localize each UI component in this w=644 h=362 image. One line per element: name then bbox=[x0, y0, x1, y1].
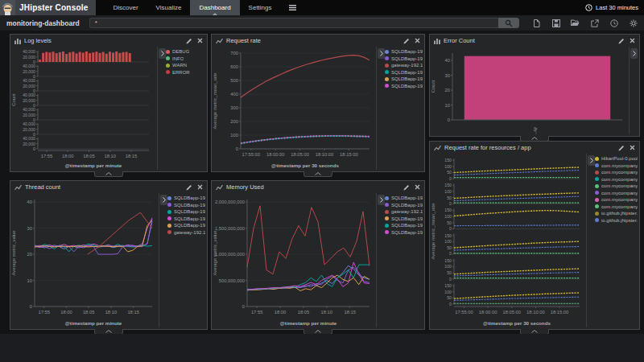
refresh-interval-button[interactable] bbox=[609, 19, 618, 27]
legend-toggle[interactable] bbox=[159, 48, 166, 59]
legend-swatch bbox=[595, 212, 599, 216]
chevron-up-icon bbox=[531, 330, 538, 333]
legend-label: io.github.jhipster.web.r... bbox=[601, 218, 638, 223]
chart-legend bbox=[629, 47, 639, 134]
svg-text:0: 0 bbox=[449, 226, 452, 231]
legend-toggle[interactable] bbox=[588, 155, 595, 166]
legend-item[interactable]: ERROR bbox=[161, 70, 205, 75]
legend-swatch bbox=[167, 203, 171, 207]
legend-item[interactable]: HikariPool-0.pool.Wait bbox=[590, 156, 638, 161]
legend-toggle[interactable] bbox=[630, 48, 638, 59]
legend-item[interactable]: gateway-192.168.43... bbox=[163, 230, 205, 235]
share-icon bbox=[591, 19, 599, 27]
legend-item[interactable]: SQLDBapp-192.168.4... bbox=[380, 70, 423, 75]
legend-item[interactable]: io.github.jhipster.web.r... bbox=[590, 211, 638, 216]
remove-panel-button[interactable] bbox=[197, 38, 203, 43]
search-button[interactable] bbox=[498, 18, 519, 28]
legend-item[interactable]: io.github.jhipster.web.r... bbox=[590, 218, 638, 223]
legend-item[interactable]: gateway-192.168.43.8... bbox=[380, 209, 423, 214]
options-button[interactable] bbox=[629, 19, 638, 27]
legend-item[interactable]: com.mycompany.myap... bbox=[590, 163, 638, 168]
legend-item[interactable]: SQLDBapp-192.168... bbox=[163, 223, 205, 228]
nav-item-discover[interactable]: Discover bbox=[104, 0, 147, 15]
legend-swatch bbox=[167, 230, 171, 234]
legend-item[interactable]: SQLDBapp-192.168.4... bbox=[380, 76, 423, 81]
legend-label: SQLDBapp-192.168.4... bbox=[391, 203, 423, 208]
legend-label: SQLDBapp-192.168... bbox=[174, 203, 205, 208]
new-document-button[interactable] bbox=[532, 19, 541, 27]
nav-item-visualize[interactable]: Visualize bbox=[147, 0, 191, 15]
legend-item[interactable]: SQLDBapp-192.168.4... bbox=[380, 195, 423, 200]
legend-item[interactable]: com.mycompany.myap... bbox=[590, 197, 638, 202]
legend-item[interactable]: SQLDBapp-192.168.4... bbox=[380, 203, 423, 208]
edit-panel-button[interactable] bbox=[186, 38, 192, 44]
remove-panel-button[interactable] bbox=[197, 184, 203, 190]
brand[interactable]: JHipster Console bbox=[0, 0, 96, 15]
legend-item[interactable]: com.mycompany.myap... bbox=[590, 191, 638, 195]
edit-panel-button[interactable] bbox=[403, 184, 410, 191]
chart-canvas: 01020304017:5518:0018:0518:1018:15@times… bbox=[10, 193, 159, 327]
svg-text:18:05: 18:05 bbox=[83, 310, 95, 315]
legend-item[interactable]: SQLDBapp-192.168.4... bbox=[380, 223, 423, 228]
panel-memory-used: Memory Used0500,000,0001,000,000,0001,50… bbox=[211, 180, 425, 330]
legend-item[interactable]: SQLDBapp-192.168.4... bbox=[380, 49, 423, 54]
svg-text:18:10: 18:10 bbox=[104, 154, 116, 158]
legend-toggle[interactable] bbox=[378, 195, 385, 205]
panel-title: Error Count bbox=[444, 37, 475, 44]
spy-panel-toggle[interactable] bbox=[303, 171, 332, 177]
legend-toggle[interactable] bbox=[378, 48, 385, 59]
legend-item[interactable]: SQLDBapp-192.168... bbox=[163, 203, 205, 208]
close-icon bbox=[197, 184, 203, 190]
legend-item[interactable]: SQLDBapp-192.168... bbox=[163, 216, 205, 221]
legend-label: WARN bbox=[172, 63, 187, 68]
share-button[interactable] bbox=[590, 19, 599, 27]
svg-text:100: 100 bbox=[444, 264, 452, 269]
remove-panel-button[interactable] bbox=[415, 38, 420, 43]
edit-panel-button[interactable] bbox=[186, 184, 192, 191]
svg-text:40,000: 40,000 bbox=[23, 107, 35, 112]
menu-toggle-button[interactable] bbox=[281, 0, 304, 15]
legend-label: com.mycompany.myap... bbox=[601, 204, 638, 209]
save-button[interactable] bbox=[551, 19, 560, 27]
time-picker-button[interactable]: Last 30 minutes bbox=[585, 0, 644, 15]
svg-text:18:00:00: 18:00:00 bbox=[266, 152, 285, 157]
edit-panel-button[interactable] bbox=[618, 38, 625, 44]
edit-panel-button[interactable] bbox=[618, 145, 625, 151]
new-document-icon bbox=[533, 19, 540, 27]
app-title: JHipster Console bbox=[19, 3, 88, 12]
legend-item[interactable]: com.mycompany.myap... bbox=[590, 170, 638, 175]
remove-panel-button[interactable] bbox=[630, 145, 635, 150]
legend-item[interactable]: com.mycompany.myap... bbox=[590, 177, 638, 182]
panel-header: Error Count bbox=[430, 35, 639, 47]
legend-item[interactable]: SQLDBapp-192.168.4... bbox=[380, 230, 423, 235]
remove-panel-button[interactable] bbox=[630, 38, 635, 43]
legend-item[interactable]: SQLDBapp-192.168.4... bbox=[380, 84, 423, 88]
legend-item[interactable]: WARN bbox=[161, 63, 205, 68]
spy-panel-toggle[interactable] bbox=[94, 171, 123, 177]
edit-panel-button[interactable] bbox=[403, 38, 410, 44]
query-input[interactable] bbox=[89, 18, 498, 28]
legend-item[interactable]: SQLDBapp-192.168.4... bbox=[380, 216, 423, 221]
close-icon bbox=[197, 38, 203, 43]
legend-item[interactable]: com.mycompany.myap... bbox=[590, 183, 638, 188]
panel-header: Memory Used bbox=[212, 181, 424, 193]
legend-item[interactable]: INFO bbox=[161, 56, 205, 61]
legend-item[interactable]: com.mycompany.myap... bbox=[590, 204, 638, 209]
legend-item[interactable]: SQLDBapp-192.168... bbox=[163, 195, 205, 200]
legend-swatch bbox=[595, 177, 599, 181]
legend-item[interactable]: SQLDBapp-192.168.4... bbox=[380, 56, 423, 61]
legend-item[interactable]: gateway-192.168.43.8... bbox=[380, 63, 423, 68]
legend-swatch bbox=[595, 171, 599, 175]
svg-text:18:00: 18:00 bbox=[60, 310, 72, 315]
svg-text:40: 40 bbox=[445, 58, 450, 63]
remove-panel-button[interactable] bbox=[415, 184, 420, 190]
nav-item-dashboard[interactable]: Dashboard bbox=[190, 0, 239, 15]
legend-item[interactable]: SQLDBapp-192.168... bbox=[163, 209, 205, 214]
top-navbar: JHipster Console Discover Visualize Dash… bbox=[0, 0, 644, 15]
legend-toggle[interactable] bbox=[160, 195, 167, 205]
legend-item[interactable]: DEBUG bbox=[161, 49, 205, 54]
open-dashboard-button[interactable] bbox=[571, 19, 580, 27]
nav-item-settings[interactable]: Settings bbox=[240, 0, 281, 15]
svg-text:40,000: 40,000 bbox=[23, 78, 35, 83]
panel-request-rate-resources: Request rate for resources / app15010050… bbox=[429, 141, 640, 330]
